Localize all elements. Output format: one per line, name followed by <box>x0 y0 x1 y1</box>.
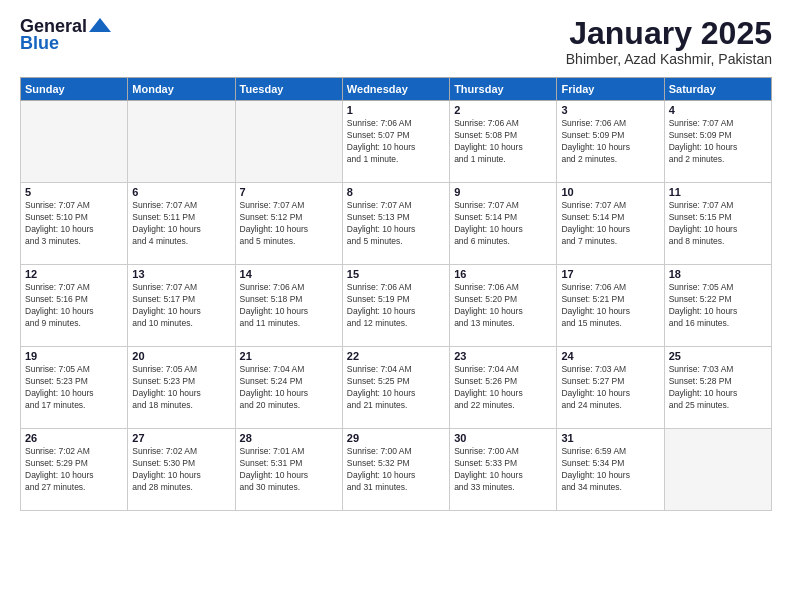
calendar-cell: 6Sunrise: 7:07 AM Sunset: 5:11 PM Daylig… <box>128 183 235 265</box>
day-number: 1 <box>347 104 445 116</box>
day-info: Sunrise: 7:07 AM Sunset: 5:12 PM Dayligh… <box>240 200 338 248</box>
calendar-cell: 10Sunrise: 7:07 AM Sunset: 5:14 PM Dayli… <box>557 183 664 265</box>
day-info: Sunrise: 7:02 AM Sunset: 5:30 PM Dayligh… <box>132 446 230 494</box>
day-number: 12 <box>25 268 123 280</box>
col-monday: Monday <box>128 78 235 101</box>
day-number: 3 <box>561 104 659 116</box>
col-tuesday: Tuesday <box>235 78 342 101</box>
calendar-cell <box>235 101 342 183</box>
calendar-cell <box>21 101 128 183</box>
day-info: Sunrise: 7:06 AM Sunset: 5:09 PM Dayligh… <box>561 118 659 166</box>
calendar-cell: 2Sunrise: 7:06 AM Sunset: 5:08 PM Daylig… <box>450 101 557 183</box>
title-block: January 2025 Bhimber, Azad Kashmir, Paki… <box>566 16 772 67</box>
calendar-cell: 26Sunrise: 7:02 AM Sunset: 5:29 PM Dayli… <box>21 429 128 511</box>
day-info: Sunrise: 7:05 AM Sunset: 5:23 PM Dayligh… <box>132 364 230 412</box>
calendar-week-5: 26Sunrise: 7:02 AM Sunset: 5:29 PM Dayli… <box>21 429 772 511</box>
day-number: 2 <box>454 104 552 116</box>
calendar-cell: 19Sunrise: 7:05 AM Sunset: 5:23 PM Dayli… <box>21 347 128 429</box>
col-sunday: Sunday <box>21 78 128 101</box>
day-number: 21 <box>240 350 338 362</box>
calendar-cell: 23Sunrise: 7:04 AM Sunset: 5:26 PM Dayli… <box>450 347 557 429</box>
day-info: Sunrise: 7:07 AM Sunset: 5:16 PM Dayligh… <box>25 282 123 330</box>
calendar-cell <box>128 101 235 183</box>
day-number: 9 <box>454 186 552 198</box>
calendar-cell: 17Sunrise: 7:06 AM Sunset: 5:21 PM Dayli… <box>557 265 664 347</box>
calendar-cell: 15Sunrise: 7:06 AM Sunset: 5:19 PM Dayli… <box>342 265 449 347</box>
day-number: 25 <box>669 350 767 362</box>
day-info: Sunrise: 7:07 AM Sunset: 5:11 PM Dayligh… <box>132 200 230 248</box>
location-subtitle: Bhimber, Azad Kashmir, Pakistan <box>566 51 772 67</box>
page: General Blue January 2025 Bhimber, Azad … <box>0 0 792 612</box>
day-number: 14 <box>240 268 338 280</box>
calendar-week-4: 19Sunrise: 7:05 AM Sunset: 5:23 PM Dayli… <box>21 347 772 429</box>
day-info: Sunrise: 7:04 AM Sunset: 5:24 PM Dayligh… <box>240 364 338 412</box>
col-thursday: Thursday <box>450 78 557 101</box>
day-number: 28 <box>240 432 338 444</box>
calendar-cell: 16Sunrise: 7:06 AM Sunset: 5:20 PM Dayli… <box>450 265 557 347</box>
day-info: Sunrise: 7:01 AM Sunset: 5:31 PM Dayligh… <box>240 446 338 494</box>
day-number: 20 <box>132 350 230 362</box>
day-number: 15 <box>347 268 445 280</box>
day-info: Sunrise: 7:06 AM Sunset: 5:18 PM Dayligh… <box>240 282 338 330</box>
logo-icon <box>89 18 111 32</box>
day-number: 30 <box>454 432 552 444</box>
calendar-cell: 13Sunrise: 7:07 AM Sunset: 5:17 PM Dayli… <box>128 265 235 347</box>
day-info: Sunrise: 7:03 AM Sunset: 5:28 PM Dayligh… <box>669 364 767 412</box>
calendar-cell: 22Sunrise: 7:04 AM Sunset: 5:25 PM Dayli… <box>342 347 449 429</box>
calendar-cell: 3Sunrise: 7:06 AM Sunset: 5:09 PM Daylig… <box>557 101 664 183</box>
day-number: 4 <box>669 104 767 116</box>
header-row: Sunday Monday Tuesday Wednesday Thursday… <box>21 78 772 101</box>
day-info: Sunrise: 7:07 AM Sunset: 5:10 PM Dayligh… <box>25 200 123 248</box>
day-number: 17 <box>561 268 659 280</box>
day-number: 26 <box>25 432 123 444</box>
day-number: 7 <box>240 186 338 198</box>
day-number: 31 <box>561 432 659 444</box>
day-number: 13 <box>132 268 230 280</box>
day-number: 18 <box>669 268 767 280</box>
day-number: 22 <box>347 350 445 362</box>
month-title: January 2025 <box>566 16 772 51</box>
calendar-cell: 8Sunrise: 7:07 AM Sunset: 5:13 PM Daylig… <box>342 183 449 265</box>
day-info: Sunrise: 7:07 AM Sunset: 5:14 PM Dayligh… <box>454 200 552 248</box>
day-info: Sunrise: 7:07 AM Sunset: 5:15 PM Dayligh… <box>669 200 767 248</box>
day-info: Sunrise: 7:07 AM Sunset: 5:14 PM Dayligh… <box>561 200 659 248</box>
calendar-week-2: 5Sunrise: 7:07 AM Sunset: 5:10 PM Daylig… <box>21 183 772 265</box>
calendar-cell: 1Sunrise: 7:06 AM Sunset: 5:07 PM Daylig… <box>342 101 449 183</box>
day-info: Sunrise: 7:07 AM Sunset: 5:17 PM Dayligh… <box>132 282 230 330</box>
calendar-cell: 11Sunrise: 7:07 AM Sunset: 5:15 PM Dayli… <box>664 183 771 265</box>
day-number: 5 <box>25 186 123 198</box>
day-number: 11 <box>669 186 767 198</box>
day-number: 27 <box>132 432 230 444</box>
calendar-cell: 29Sunrise: 7:00 AM Sunset: 5:32 PM Dayli… <box>342 429 449 511</box>
day-info: Sunrise: 7:02 AM Sunset: 5:29 PM Dayligh… <box>25 446 123 494</box>
day-number: 24 <box>561 350 659 362</box>
day-number: 29 <box>347 432 445 444</box>
col-saturday: Saturday <box>664 78 771 101</box>
calendar-cell: 31Sunrise: 6:59 AM Sunset: 5:34 PM Dayli… <box>557 429 664 511</box>
calendar-cell: 20Sunrise: 7:05 AM Sunset: 5:23 PM Dayli… <box>128 347 235 429</box>
calendar-cell: 18Sunrise: 7:05 AM Sunset: 5:22 PM Dayli… <box>664 265 771 347</box>
calendar-cell: 4Sunrise: 7:07 AM Sunset: 5:09 PM Daylig… <box>664 101 771 183</box>
calendar-week-3: 12Sunrise: 7:07 AM Sunset: 5:16 PM Dayli… <box>21 265 772 347</box>
day-info: Sunrise: 7:04 AM Sunset: 5:26 PM Dayligh… <box>454 364 552 412</box>
col-wednesday: Wednesday <box>342 78 449 101</box>
calendar-week-1: 1Sunrise: 7:06 AM Sunset: 5:07 PM Daylig… <box>21 101 772 183</box>
calendar-cell: 14Sunrise: 7:06 AM Sunset: 5:18 PM Dayli… <box>235 265 342 347</box>
day-number: 10 <box>561 186 659 198</box>
logo-blue: Blue <box>20 33 59 54</box>
logo: General Blue <box>20 16 111 54</box>
calendar-cell: 12Sunrise: 7:07 AM Sunset: 5:16 PM Dayli… <box>21 265 128 347</box>
day-info: Sunrise: 7:00 AM Sunset: 5:33 PM Dayligh… <box>454 446 552 494</box>
day-info: Sunrise: 7:06 AM Sunset: 5:19 PM Dayligh… <box>347 282 445 330</box>
header: General Blue January 2025 Bhimber, Azad … <box>20 16 772 67</box>
day-number: 19 <box>25 350 123 362</box>
calendar-cell: 5Sunrise: 7:07 AM Sunset: 5:10 PM Daylig… <box>21 183 128 265</box>
day-info: Sunrise: 7:03 AM Sunset: 5:27 PM Dayligh… <box>561 364 659 412</box>
day-number: 23 <box>454 350 552 362</box>
col-friday: Friday <box>557 78 664 101</box>
calendar-table: Sunday Monday Tuesday Wednesday Thursday… <box>20 77 772 511</box>
day-info: Sunrise: 7:04 AM Sunset: 5:25 PM Dayligh… <box>347 364 445 412</box>
svg-marker-0 <box>89 18 111 32</box>
day-number: 6 <box>132 186 230 198</box>
calendar-cell: 21Sunrise: 7:04 AM Sunset: 5:24 PM Dayli… <box>235 347 342 429</box>
